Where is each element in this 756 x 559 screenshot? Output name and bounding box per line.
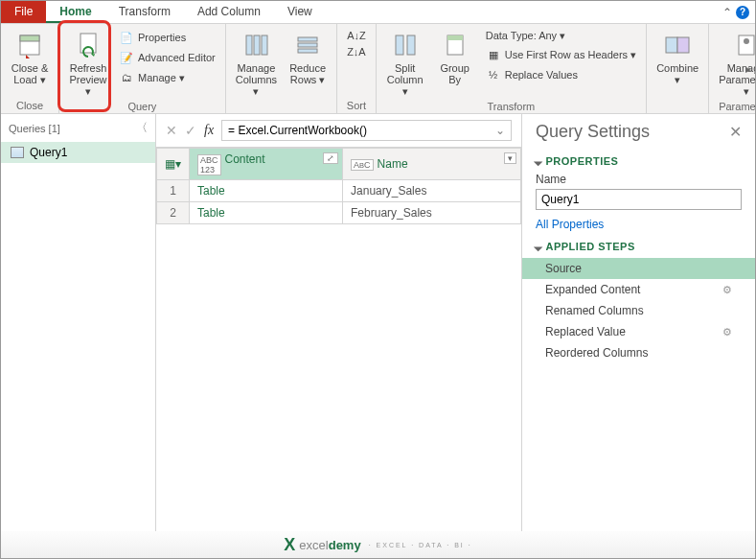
close-and-load-button[interactable]: Close & Load ▾ xyxy=(7,28,53,98)
all-properties-link[interactable]: All Properties xyxy=(536,218,742,231)
step-reordered[interactable]: Reordered Columns xyxy=(522,342,755,363)
table-row[interactable]: 1 Table January_Sales xyxy=(157,180,521,202)
sort-asc-icon: A↓Z xyxy=(347,30,366,41)
content-area: Queries [1] 〈 Query1 ✕ ✓ fx = Excel.Curr… xyxy=(1,114,755,531)
help-icon[interactable]: ? xyxy=(736,6,749,19)
chevron-left-icon[interactable]: 〈 xyxy=(136,120,148,136)
step-replaced[interactable]: Replaced Value⚙ xyxy=(522,321,755,342)
cancel-formula-icon[interactable]: ✕ xyxy=(166,123,177,138)
combine-icon xyxy=(662,30,693,60)
refresh-preview-button[interactable]: Refresh Preview ▾ xyxy=(65,28,111,99)
table-row[interactable]: 2 Table February_Sales xyxy=(157,202,521,224)
close-icon[interactable]: ✕ xyxy=(729,123,742,141)
svg-rect-1 xyxy=(20,35,39,41)
manage-columns-icon xyxy=(241,30,271,60)
tab-view[interactable]: View xyxy=(274,1,326,23)
svg-point-16 xyxy=(744,38,749,44)
brand-logo: X exceldemy · EXCEL · DATA · BI · xyxy=(284,535,471,555)
reduce-rows-icon xyxy=(292,30,323,60)
manage-icon: 🗂 xyxy=(119,70,134,85)
step-renamed[interactable]: Renamed Columns xyxy=(522,300,755,321)
split-column-button[interactable]: Split Column ▾ xyxy=(382,28,428,99)
expand-icon[interactable]: ⤢ xyxy=(323,152,338,164)
properties-section[interactable]: PROPERTIES xyxy=(536,155,742,167)
svg-rect-6 xyxy=(298,37,317,41)
group-close-label: Close xyxy=(7,98,53,111)
reduce-rows-button[interactable]: Reduce Rows ▾ xyxy=(285,28,331,99)
name-label: Name xyxy=(536,173,742,186)
tab-file[interactable]: File xyxy=(1,1,46,23)
params-icon xyxy=(731,30,756,60)
group-params-label: Parameters xyxy=(715,99,756,112)
query-name-input[interactable] xyxy=(536,189,742,210)
groupby-icon xyxy=(440,30,470,60)
applied-steps-section[interactable]: APPLIED STEPS xyxy=(536,241,742,252)
column-header-name[interactable]: ABCName▾ xyxy=(343,149,521,180)
ribbon-expand-icon[interactable]: ▸ xyxy=(745,62,751,76)
sort-desc-icon: Z↓A xyxy=(347,46,366,58)
column-header-content[interactable]: ABC123Content⤢ xyxy=(190,149,343,180)
formula-dropdown-icon[interactable]: ⌄ xyxy=(495,124,505,137)
svg-rect-14 xyxy=(677,37,689,53)
svg-rect-3 xyxy=(246,35,252,55)
svg-rect-9 xyxy=(396,35,403,55)
replace-icon: ½ xyxy=(486,67,501,82)
queries-pane: Queries [1] 〈 Query1 xyxy=(1,114,156,531)
properties-icon: 📄 xyxy=(119,30,134,45)
step-expanded[interactable]: Expanded Content⚙ xyxy=(522,279,755,300)
group-combine-label xyxy=(653,98,702,111)
properties-button[interactable]: 📄Properties xyxy=(115,28,219,47)
footer: X exceldemy · EXCEL · DATA · BI · xyxy=(1,531,755,558)
settings-title: Query Settings ✕ xyxy=(536,122,742,142)
svg-rect-12 xyxy=(447,35,463,40)
close-load-icon xyxy=(14,30,45,60)
manage-columns-button[interactable]: Manage Columns ▾ xyxy=(232,28,281,99)
group-managecols-label xyxy=(232,99,331,112)
refresh-icon xyxy=(73,30,103,60)
svg-rect-5 xyxy=(262,35,267,55)
svg-rect-10 xyxy=(407,35,415,55)
tab-transform[interactable]: Transform xyxy=(105,1,184,23)
formula-bar: ✕ ✓ fx = Excel.CurrentWorkbook() ⌄ xyxy=(156,114,521,148)
sort-asc-button[interactable]: A↓Z xyxy=(343,28,370,43)
data-type-dropdown[interactable]: Data Type: Any ▾ xyxy=(482,28,640,44)
grid-corner[interactable]: ▦▾ xyxy=(157,149,190,180)
ribbon: Close & Load ▾ Close Refresh Preview ▾ 📄… xyxy=(1,24,755,114)
svg-rect-13 xyxy=(666,37,677,53)
table-icon xyxy=(11,147,24,158)
svg-rect-8 xyxy=(298,49,317,53)
split-icon xyxy=(390,30,421,60)
fx-icon[interactable]: fx xyxy=(204,123,214,138)
query-item[interactable]: Query1 xyxy=(1,142,155,163)
ribbon-tabs: File Home Transform Add Column View ⌃ ? xyxy=(1,1,755,24)
excel-x-icon: X xyxy=(284,535,295,555)
editor-icon: 📝 xyxy=(119,50,134,65)
svg-rect-7 xyxy=(298,43,317,47)
accept-formula-icon[interactable]: ✓ xyxy=(185,123,196,138)
svg-rect-4 xyxy=(254,35,260,55)
tab-home[interactable]: Home xyxy=(46,1,104,23)
step-source[interactable]: Source xyxy=(522,258,755,279)
tab-help-area: ⌃ ? xyxy=(717,1,755,23)
filter-icon[interactable]: ▾ xyxy=(504,152,516,164)
formula-input[interactable]: = Excel.CurrentWorkbook() ⌄ xyxy=(221,120,512,141)
queries-header[interactable]: Queries [1] 〈 xyxy=(1,114,155,142)
group-transform-label: Transform xyxy=(382,99,640,112)
main-pane: ✕ ✓ fx = Excel.CurrentWorkbook() ⌄ ▦▾ AB… xyxy=(156,114,521,531)
sort-desc-button[interactable]: Z↓A xyxy=(343,44,370,59)
gear-icon[interactable]: ⚙ xyxy=(722,284,732,296)
data-grid: ▦▾ ABC123Content⤢ ABCName▾ 1 Table Janua… xyxy=(156,148,521,531)
gear-icon[interactable]: ⚙ xyxy=(722,326,732,338)
headers-icon: ▦ xyxy=(486,47,501,62)
advanced-editor-button[interactable]: 📝Advanced Editor xyxy=(115,48,219,67)
group-sort-label: Sort xyxy=(343,98,370,111)
combine-button[interactable]: Combine ▾ xyxy=(653,28,702,98)
collapse-ribbon-icon[interactable]: ⌃ xyxy=(722,6,732,19)
replace-values-button[interactable]: ½Replace Values xyxy=(482,65,640,84)
query-settings-pane: Query Settings ✕ PROPERTIES Name All Pro… xyxy=(521,114,755,531)
tab-add-column[interactable]: Add Column xyxy=(184,1,274,23)
first-row-headers-button[interactable]: ▦Use First Row as Headers ▾ xyxy=(482,45,640,64)
manage-button[interactable]: 🗂Manage ▾ xyxy=(115,68,219,87)
group-by-button[interactable]: Group By xyxy=(432,28,478,99)
group-query-label: Query xyxy=(65,99,219,112)
